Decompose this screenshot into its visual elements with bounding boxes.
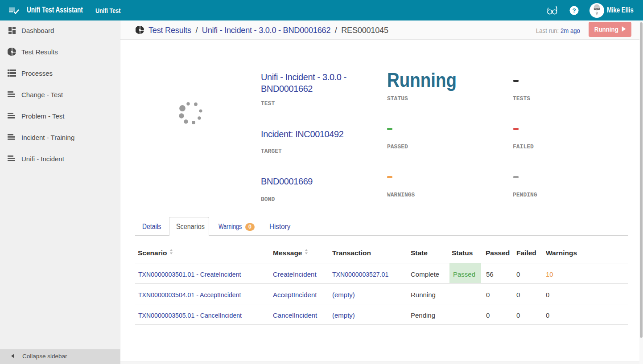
svg-text:?: ? [572, 7, 576, 14]
